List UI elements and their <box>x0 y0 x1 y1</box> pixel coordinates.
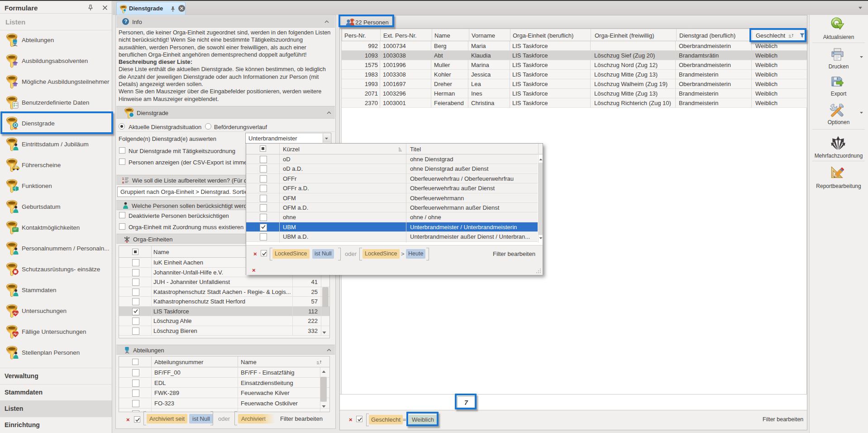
svg-text:1: 1 <box>122 177 124 180</box>
svg-text:a: a <box>122 181 124 184</box>
